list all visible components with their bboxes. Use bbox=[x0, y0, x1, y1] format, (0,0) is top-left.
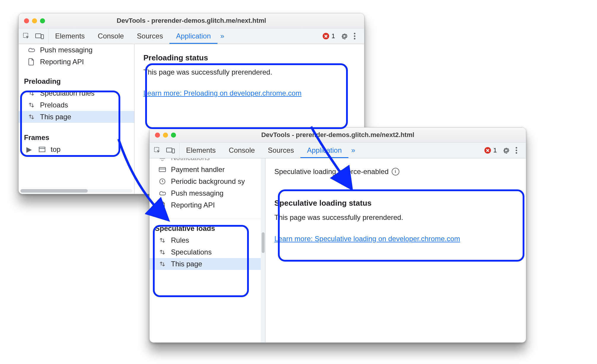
main-pane: Speculative loading is force-enabled i S… bbox=[265, 158, 526, 343]
device-toggle-icon[interactable] bbox=[166, 147, 175, 154]
sidebar-item-label: Speculation rules bbox=[40, 89, 95, 97]
pane-title: Speculative loading status bbox=[274, 197, 517, 209]
tab-console[interactable]: Console bbox=[222, 143, 261, 158]
updown-icon bbox=[158, 248, 167, 256]
sidebar-item-this-page[interactable]: This page bbox=[150, 258, 265, 270]
pane-desc: This page was successfully prerendered. bbox=[274, 212, 517, 223]
svg-point-13 bbox=[516, 152, 517, 154]
titlebar: DevTools - prerender-demos.glitch.me/nex… bbox=[150, 128, 526, 143]
info-text: Speculative loading is force-enabled bbox=[274, 166, 389, 177]
devtools-tabbar: Elements Console Sources Application » 1 bbox=[150, 143, 526, 158]
sidebar-item-label: top bbox=[51, 145, 60, 154]
inspect-icon[interactable] bbox=[154, 147, 161, 154]
sidebar-item-label: Notifications bbox=[171, 158, 210, 162]
updown-icon bbox=[158, 260, 167, 268]
pane-title: Preloading status bbox=[143, 52, 355, 64]
minimize-icon[interactable] bbox=[32, 18, 37, 23]
tab-application[interactable]: Application bbox=[169, 28, 217, 44]
clock-icon bbox=[158, 178, 167, 185]
sidebar-item-label: Reporting API bbox=[40, 58, 84, 66]
sidebar-section-title: Speculative loads bbox=[150, 221, 265, 234]
kebab-icon[interactable] bbox=[353, 32, 356, 40]
card-icon bbox=[158, 166, 167, 173]
svg-rect-10 bbox=[172, 149, 175, 153]
sidebar-item-payment-handler[interactable]: Payment handler bbox=[150, 164, 265, 175]
error-badge[interactable]: 1 bbox=[323, 32, 335, 40]
learn-more-link[interactable]: Learn more: Preloading on developer.chro… bbox=[143, 89, 302, 97]
sidebar-item-label: Periodic background sy bbox=[171, 177, 245, 186]
svg-point-11 bbox=[516, 147, 517, 149]
maximize-icon[interactable] bbox=[40, 18, 45, 23]
sidebar-item-rules[interactable]: Rules bbox=[150, 234, 265, 246]
chevron-right-icon: ▶ bbox=[25, 146, 33, 153]
sidebar-item-push-messaging[interactable]: Push messaging bbox=[150, 187, 265, 199]
sidebar-item-label: Payment handler bbox=[171, 165, 225, 174]
titlebar: DevTools - prerender-demos.glitch.me/nex… bbox=[19, 13, 364, 28]
window-controls[interactable] bbox=[155, 133, 176, 138]
svg-rect-2 bbox=[41, 35, 44, 39]
info-icon[interactable]: i bbox=[392, 168, 399, 175]
sidebar-item-notifications[interactable]: Notifications bbox=[150, 158, 265, 164]
svg-rect-6 bbox=[39, 147, 45, 152]
sidebar-item-reporting-api[interactable]: Reporting API bbox=[19, 56, 134, 68]
sidebar-item-periodic-bg-sync[interactable]: Periodic background sy bbox=[150, 175, 265, 187]
error-count: 1 bbox=[493, 146, 497, 154]
sidebar-item-label: Push messaging bbox=[171, 189, 223, 197]
sidebar-item-speculation-rules[interactable]: Speculation rules bbox=[19, 87, 134, 99]
sidebar-item-preloads[interactable]: Preloads bbox=[19, 99, 134, 111]
gear-icon[interactable] bbox=[502, 146, 510, 154]
svg-point-12 bbox=[516, 149, 517, 151]
cloud-icon bbox=[27, 46, 36, 54]
sidebar-item-reporting-api[interactable]: Reporting API bbox=[150, 199, 265, 211]
sidebar-item-label: This page bbox=[171, 260, 202, 268]
doc-icon bbox=[27, 58, 36, 66]
bell-icon bbox=[158, 158, 167, 162]
updown-icon bbox=[27, 113, 36, 121]
kebab-icon[interactable] bbox=[515, 146, 518, 154]
close-icon[interactable] bbox=[155, 133, 160, 138]
tab-elements[interactable]: Elements bbox=[49, 28, 91, 44]
error-badge[interactable]: 1 bbox=[484, 146, 497, 154]
frame-icon bbox=[38, 146, 47, 153]
tab-console[interactable]: Console bbox=[91, 28, 130, 44]
device-toggle-icon[interactable] bbox=[35, 33, 44, 40]
error-icon bbox=[323, 33, 329, 39]
tab-sources[interactable]: Sources bbox=[261, 143, 300, 158]
learn-more-link[interactable]: Learn more: Speculative loading on devel… bbox=[274, 235, 460, 243]
tabs-more[interactable]: » bbox=[217, 28, 227, 44]
close-icon[interactable] bbox=[24, 18, 29, 23]
sidebar-item-frames-top[interactable]: ▶ top bbox=[19, 144, 134, 155]
maximize-icon[interactable] bbox=[171, 133, 176, 138]
pane-desc: This page was successfully prerendered. bbox=[143, 67, 355, 78]
updown-icon bbox=[27, 101, 36, 109]
tabs-more[interactable]: » bbox=[348, 143, 358, 158]
tab-application[interactable]: Application bbox=[300, 143, 348, 158]
scrollbar[interactable] bbox=[20, 189, 132, 193]
sidebar-item-push-messaging[interactable]: Push messaging bbox=[19, 44, 134, 56]
tab-sources[interactable]: Sources bbox=[130, 28, 169, 44]
gear-icon[interactable] bbox=[340, 32, 348, 40]
inspect-icon[interactable] bbox=[23, 33, 30, 40]
error-count: 1 bbox=[332, 32, 335, 40]
sidebar-item-label: Preloads bbox=[40, 101, 68, 109]
updown-icon bbox=[27, 89, 36, 97]
svg-rect-1 bbox=[36, 34, 41, 38]
sidebar-section-frames: Frames bbox=[19, 131, 134, 144]
svg-point-4 bbox=[354, 35, 355, 37]
updown-icon bbox=[158, 236, 167, 244]
cloud-icon bbox=[158, 189, 167, 197]
window-controls[interactable] bbox=[24, 18, 45, 23]
minimize-icon[interactable] bbox=[163, 133, 168, 138]
svg-point-3 bbox=[354, 33, 355, 34]
tab-elements[interactable]: Elements bbox=[180, 143, 222, 158]
scrollbar[interactable] bbox=[261, 158, 265, 343]
svg-rect-9 bbox=[167, 148, 172, 152]
sidebar-section-title: Preloading bbox=[19, 74, 134, 87]
sidebar-item-speculations[interactable]: Speculations bbox=[150, 246, 265, 258]
svg-point-5 bbox=[354, 38, 355, 39]
sidebar-item-label: Push messaging bbox=[40, 46, 92, 54]
sidebar-item-this-page[interactable]: This page bbox=[19, 111, 134, 123]
devtools-tabbar: Elements Console Sources Application » 1 bbox=[19, 28, 364, 44]
sidebar-item-label: Reporting API bbox=[171, 201, 215, 209]
sidebar: Notifications Payment handler Periodic b… bbox=[150, 158, 265, 343]
